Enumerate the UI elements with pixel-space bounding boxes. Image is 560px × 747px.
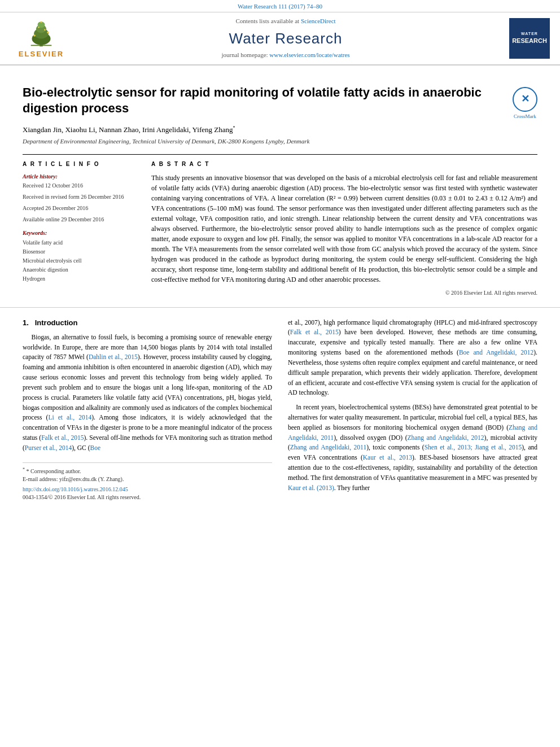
svg-point-6 xyxy=(47,32,49,34)
section-divider xyxy=(0,307,560,308)
available-date: Available online 29 December 2016 xyxy=(23,216,135,224)
ref-li[interactable]: Li et al., 2014 xyxy=(48,414,91,421)
ref-kaur-2013[interactable]: Kaur et al. (2013) xyxy=(288,484,334,491)
crossmark-label: CrossMark xyxy=(513,113,537,120)
received-revised-date: Received in revised form 26 December 201… xyxy=(23,193,135,201)
intro-paragraph-2: et al., 2007), high performance liquid c… xyxy=(288,318,537,399)
keywords-label: Keywords: xyxy=(23,229,135,237)
doi-line[interactable]: http://dx.doi.org/10.1016/j.watres.2016.… xyxy=(23,486,272,493)
body-content: 1. Introduction Biogas, an alternative t… xyxy=(0,318,560,513)
introduction-title: 1. Introduction xyxy=(23,318,272,328)
journal-header: ELSEVIER Contents lists available at Sci… xyxy=(0,12,560,65)
article-info-abstract-section: A R T I C L E I N F O Article history: R… xyxy=(23,154,537,297)
svg-point-7 xyxy=(38,27,40,28)
water-research-badge: WATER RESEARCH xyxy=(509,18,550,59)
svg-point-9 xyxy=(41,21,42,23)
ref-shen[interactable]: Shen et al., 2013; Jiang et al., 2015 xyxy=(425,444,522,451)
journal-reference: Water Research 111 (2017) 74–80 xyxy=(238,3,322,10)
sciencedirect-link[interactable]: ScienceDirect xyxy=(301,18,336,24)
crossmark-icon: ✕ xyxy=(521,92,530,106)
journal-logo-right: WATER RESEARCH xyxy=(499,18,550,59)
ref-boe-angelidaki[interactable]: Boe and Angelidaki, 2012 xyxy=(459,349,533,356)
authors: Xiangdan Jin, Xiaohu Li, Nannan Zhao, Ir… xyxy=(23,125,537,136)
elsevier-logo: ELSEVIER xyxy=(10,17,72,59)
elsevier-text: ELSEVIER xyxy=(19,49,64,59)
affiliation: Department of Environmental Engineering,… xyxy=(23,137,537,146)
ref-boe[interactable]: Boe xyxy=(90,444,100,451)
abstract-col: A B S T R A C T This study presents an i… xyxy=(151,160,537,297)
intro-paragraph-3: In recent years, bioelectrochemical syst… xyxy=(288,403,537,493)
top-bar: Water Research 111 (2017) 74–80 xyxy=(0,0,560,12)
copyright: © 2016 Elsevier Ltd. All rights reserved… xyxy=(151,289,537,297)
main-content: Bio-electrolytic sensor for rapid monito… xyxy=(0,65,560,297)
accepted-date: Accepted 26 December 2016 xyxy=(23,204,135,212)
ref-zhang-angelidaki-activity[interactable]: Zhang and Angelidaki, 2011 xyxy=(290,444,366,451)
keywords-list: Volatile fatty acid Biosensor Microbial … xyxy=(23,238,135,283)
body-right-col: et al., 2007), high performance liquid c… xyxy=(288,318,537,501)
ref-kaur[interactable]: Kaur et al., 2013 xyxy=(363,454,412,461)
article-info-col: A R T I C L E I N F O Article history: R… xyxy=(23,160,135,297)
ref-falk-2015b[interactable]: Falk et al., 2015 xyxy=(290,329,339,335)
contents-line: Contents lists available at ScienceDirec… xyxy=(72,17,499,25)
svg-point-5 xyxy=(33,35,36,37)
ref-purser[interactable]: Purser et al., 2014 xyxy=(25,444,72,451)
journal-homepage: journal homepage: www.elsevier.com/locat… xyxy=(72,51,499,59)
author-email-link[interactable]: yifz@env.dtu.dk xyxy=(59,476,97,482)
abstract-text: This study presents an innovative biosen… xyxy=(151,173,537,285)
history-label: Article history: xyxy=(23,173,135,181)
article-title: Bio-electrolytic sensor for rapid monito… xyxy=(23,85,485,117)
issn-line: 0043-1354/© 2016 Elsevier Ltd. All right… xyxy=(23,493,272,501)
body-two-col: 1. Introduction Biogas, an alternative t… xyxy=(23,318,537,501)
article-info-heading: A R T I C L E I N F O xyxy=(23,160,135,168)
journal-name: Water Research xyxy=(72,28,499,49)
elsevier-tree-icon xyxy=(21,17,61,48)
abstract-heading: A B S T R A C T xyxy=(151,160,537,168)
corresponding-author-note: * * Corresponding author. xyxy=(23,466,272,475)
svg-point-8 xyxy=(44,29,46,31)
ref-dahlin[interactable]: Dahlin et al., 2015 xyxy=(89,353,138,360)
received-date: Received 12 October 2016 xyxy=(23,182,135,190)
ref-zhang-angelidaki-2012[interactable]: Zhang and Angelidaki, 2012 xyxy=(408,434,484,441)
footnotes: * * Corresponding author. E-mail address… xyxy=(23,462,272,501)
crossmark-badge: ✕ xyxy=(513,87,537,112)
intro-paragraph-1: Biogas, an alternative to fossil fuels, … xyxy=(23,333,272,453)
journal-title-center: Contents lists available at ScienceDirec… xyxy=(72,17,499,59)
email-note: E-mail address: yifz@env.dtu.dk (Y. Zhan… xyxy=(23,475,272,483)
body-left-col: 1. Introduction Biogas, an alternative t… xyxy=(23,318,272,501)
ref-falk-2015[interactable]: Falk et al., 2015 xyxy=(41,434,84,441)
journal-homepage-link[interactable]: www.elsevier.com/locate/watres xyxy=(269,51,349,58)
